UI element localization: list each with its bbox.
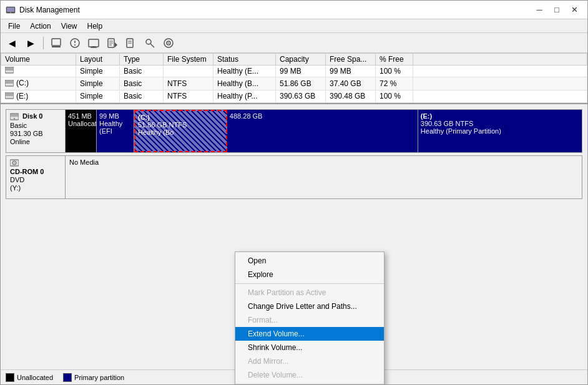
context-menu: OpenExploreMark Partition as ActiveChang… <box>235 251 385 384</box>
svg-rect-29 <box>6 93 13 96</box>
title-bar-left: Disk Management <box>6 5 80 15</box>
vol-status: Healthy (E... <box>213 66 276 77</box>
partition-efi[interactable]: 99 MB Healthy (EFI <box>97 110 134 152</box>
ctx-item-3: Mark Partition as Active <box>235 286 384 300</box>
col-freespace[interactable]: Free Spa... <box>326 54 376 66</box>
legend-primary-label: Primary partition <box>74 374 124 381</box>
col-status[interactable]: Status <box>213 54 276 66</box>
partition-e[interactable]: (E:) 390.63 GB NTFS Healthy (Primary Par… <box>418 110 582 152</box>
forward-button[interactable]: ▶ <box>22 35 39 51</box>
partition-unallocated[interactable]: 451 MB Unallocated <box>66 110 97 152</box>
legend-primary-box <box>63 373 72 382</box>
vol-capacity: 51.86 GB <box>276 77 326 90</box>
toolbar: ◀ ▶ <box>1 33 587 53</box>
disk0-partitions: 451 MB Unallocated 99 MB Healthy (EFI (C… <box>66 109 582 153</box>
app-icon <box>6 5 16 15</box>
vol-name: (C:) <box>1 77 76 90</box>
col-pctfree[interactable]: % Free <box>376 54 413 66</box>
volume-row-1[interactable]: (C:) Simple Basic NTFS Healthy (B... 51.… <box>1 77 587 90</box>
svg-rect-4 <box>52 46 61 47</box>
vol-capacity: 99 MB <box>276 66 326 77</box>
vol-freespace: 390.48 GB <box>326 90 376 103</box>
disk0-row: Disk 0 Basic 931.30 GB Online 451 MB Una… <box>6 109 582 153</box>
svg-rect-27 <box>6 80 13 84</box>
volume-row-2[interactable]: (E:) Simple Basic NTFS Healthy (P... 390… <box>1 90 587 103</box>
ctx-separator-2 <box>235 283 384 284</box>
menu-action[interactable]: Action <box>25 21 56 32</box>
svg-point-32 <box>14 118 15 119</box>
svg-marker-15 <box>115 42 117 47</box>
toolbar-btn-5[interactable] <box>85 35 102 51</box>
col-type[interactable]: Type <box>120 54 164 66</box>
legend-unallocated: Unallocated <box>6 373 53 382</box>
toolbar-btn-7[interactable] <box>122 35 140 51</box>
svg-point-19 <box>146 39 151 44</box>
svg-rect-8 <box>89 39 99 47</box>
svg-rect-3 <box>52 39 61 46</box>
svg-rect-25 <box>6 67 13 71</box>
cdrom0-content: No Media <box>66 155 582 199</box>
vol-status: Healthy (B... <box>213 77 276 90</box>
disk-management-window: Disk Management ─ □ ✕ File Action View H… <box>0 0 588 385</box>
svg-rect-31 <box>11 114 18 117</box>
toolbar-separator-1 <box>43 37 44 49</box>
disk0-type: Basic <box>10 122 61 129</box>
ctx-item-8: Add Mirror... <box>235 354 384 368</box>
cdrom0-type: DVD <box>10 176 61 183</box>
window-controls: ─ □ ✕ <box>531 3 582 17</box>
col-extra <box>413 54 587 66</box>
col-filesystem[interactable]: File System <box>164 54 213 66</box>
toolbar-btn-9[interactable] <box>160 35 177 51</box>
toolbar-btn-6[interactable] <box>104 35 121 51</box>
ctx-item-4[interactable]: Change Drive Letter and Paths... <box>235 300 384 313</box>
svg-line-20 <box>150 44 154 47</box>
volume-table: Volume Layout Type File System Status Ca… <box>1 53 587 103</box>
vol-fs <box>164 66 213 77</box>
menu-bar: File Action View Help <box>1 19 587 33</box>
legend-primary: Primary partition <box>63 373 124 382</box>
partition-488[interactable]: 488.28 GB <box>227 110 418 152</box>
legend-unallocated-box <box>6 373 14 382</box>
svg-point-23 <box>168 42 169 44</box>
vol-pctfree: 100 % <box>376 66 413 77</box>
svg-point-35 <box>14 162 15 163</box>
volume-row-0[interactable]: Simple Basic Healthy (E... 99 MB 99 MB 1… <box>1 66 587 77</box>
vol-status: Healthy (P... <box>213 90 276 103</box>
disk0-label: Disk 0 Basic 931.30 GB Online <box>6 109 66 153</box>
close-button[interactable]: ✕ <box>566 3 582 17</box>
vol-freespace: 99 MB <box>326 66 376 77</box>
col-capacity[interactable]: Capacity <box>276 54 326 66</box>
col-volume[interactable]: Volume <box>1 54 76 66</box>
ctx-item-7[interactable]: Shrink Volume... <box>235 341 384 354</box>
toolbar-btn-4[interactable] <box>66 35 84 51</box>
ctx-item-6[interactable]: Extend Volume... <box>235 327 384 341</box>
cdrom0-row: CD-ROM 0 DVD (Y:) No Media <box>6 155 582 199</box>
svg-point-2 <box>10 12 11 13</box>
vol-fs: NTFS <box>164 90 213 103</box>
vol-extra <box>413 77 587 90</box>
ctx-item-0[interactable]: Open <box>235 254 384 268</box>
menu-help[interactable]: Help <box>82 21 108 32</box>
volume-table-container: Volume Layout Type File System Status Ca… <box>1 53 587 104</box>
toolbar-btn-3[interactable] <box>47 35 65 51</box>
ctx-item-1[interactable]: Explore <box>235 268 384 281</box>
title-bar: Disk Management ─ □ ✕ <box>1 1 587 19</box>
vol-type: Basic <box>120 66 164 77</box>
menu-file[interactable]: File <box>3 21 25 32</box>
minimize-button[interactable]: ─ <box>531 3 547 17</box>
col-layout[interactable]: Layout <box>76 54 120 66</box>
toolbar-btn-8[interactable] <box>141 35 159 51</box>
vol-name: (E:) <box>1 90 76 103</box>
main-content: Volume Layout Type File System Status Ca… <box>1 53 587 384</box>
maximize-button[interactable]: □ <box>549 3 565 17</box>
partition-c[interactable]: (C:) 51.86 GB NTFS Healthy (Bo <box>134 110 227 152</box>
vol-type: Basic <box>120 90 164 103</box>
vol-freespace: 37.40 GB <box>326 77 376 90</box>
vol-fs: NTFS <box>164 77 213 90</box>
disk0-size: 931.30 GB <box>10 130 61 137</box>
vol-pctfree: 100 % <box>376 90 413 103</box>
menu-view[interactable]: View <box>56 21 82 32</box>
disk0-status: Online <box>10 138 61 145</box>
back-button[interactable]: ◀ <box>3 35 21 51</box>
vol-layout: Simple <box>76 90 120 103</box>
